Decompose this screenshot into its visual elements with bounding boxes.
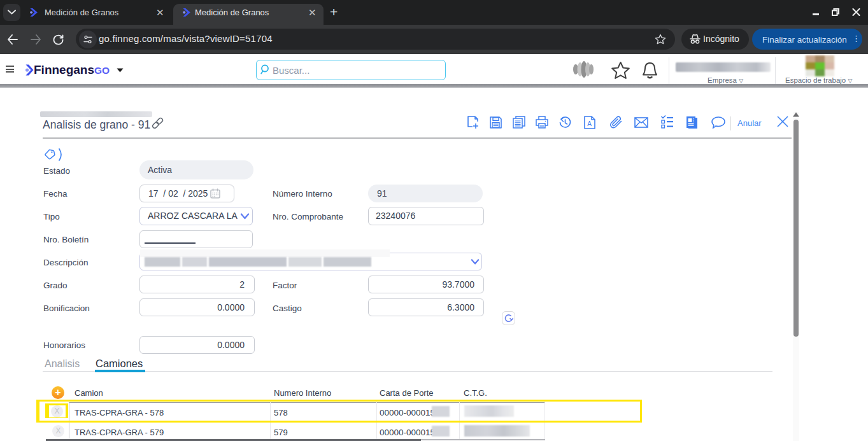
svg-text:A: A <box>587 120 592 127</box>
